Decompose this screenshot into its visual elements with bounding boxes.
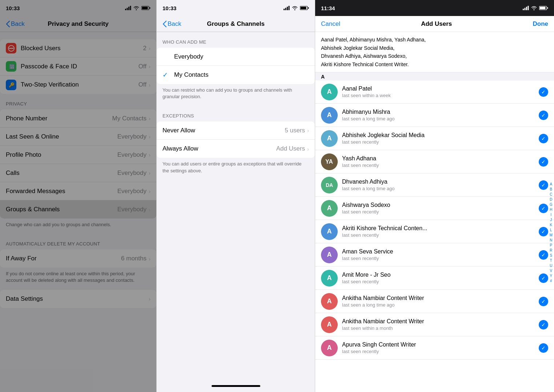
panel1-status-icons	[125, 6, 150, 10]
profile-photo-label: Profile Photo	[6, 151, 117, 159]
panel2-nav-title: Groups & Channels	[207, 20, 265, 28]
everybody-option[interactable]: ✓ Everybody	[157, 48, 315, 66]
phone-number-value: My Contacts	[112, 115, 146, 122]
alpha-h[interactable]: H	[550, 207, 553, 212]
alpha-hash[interactable]: #	[550, 278, 553, 283]
svg-text:🔑: 🔑	[9, 82, 15, 88]
user-item-abhimanyu[interactable]: A Abhimanyu Mishra last seen a long time…	[315, 104, 554, 127]
calls-item[interactable]: Calls Everybody ›	[0, 164, 156, 182]
user-status-ankitha1: last seen a long time ago	[342, 302, 539, 308]
alpha-u[interactable]: U	[550, 263, 553, 268]
alpha-i[interactable]: I	[550, 212, 553, 217]
alpha-b[interactable]: B	[550, 187, 553, 191]
alpha-l[interactable]: L	[550, 227, 553, 232]
everybody-label: Everybody	[174, 53, 203, 60]
section-letter-a: A	[315, 72, 554, 80]
two-step-item[interactable]: 🔑 Two-Step Verification Off ›	[0, 76, 156, 94]
data-settings-item[interactable]: Data Settings ›	[0, 290, 156, 308]
calls-chevron: ›	[149, 170, 150, 176]
user-status-dhvanesh: last seen a long time ago	[342, 186, 539, 191]
profile-photo-item[interactable]: Profile Photo Everybody ›	[0, 146, 156, 164]
svg-rect-16	[301, 7, 306, 9]
user-item-amit[interactable]: A Amit More - Jr Seo last seen recently …	[315, 267, 554, 290]
alpha-k[interactable]: K	[550, 222, 553, 227]
user-info-amit: Amit More - Jr Seo last seen recently	[342, 272, 539, 284]
panel1-back-button[interactable]: Back	[6, 20, 25, 28]
user-item-ankitha1[interactable]: A Ankitha Nambiar Content Writer last se…	[315, 290, 554, 313]
user-check-aanal: ✓	[539, 87, 548, 97]
alpha-t[interactable]: T	[550, 258, 553, 263]
away-for-chevron: ›	[149, 256, 150, 262]
done-button[interactable]: Done	[533, 20, 548, 28]
svg-rect-14	[289, 6, 290, 10]
who-can-list: ✓ Everybody ✓ My Contacts	[157, 48, 315, 84]
user-avatar-amit: A	[321, 270, 338, 287]
forwarded-messages-item[interactable]: Forwarded Messages Everybody ›	[0, 182, 156, 200]
blocked-users-item[interactable]: Blocked Users 2 ›	[0, 39, 156, 57]
panel2-groups-channels: 10:33 Back Groups & Channels WHO CAN ADD…	[156, 0, 315, 392]
last-seen-chevron: ›	[149, 133, 150, 140]
last-seen-item[interactable]: Last Seen & Online Everybody ›	[0, 128, 156, 146]
alpha-g[interactable]: G	[550, 202, 553, 207]
phone-number-item[interactable]: Phone Number My Contacts ›	[0, 109, 156, 128]
profile-photo-value: Everybody	[117, 151, 146, 159]
always-allow-label: Always Allow	[162, 145, 276, 152]
exceptions-header: EXCEPTIONS	[157, 106, 315, 121]
user-status-abhimanyu: last seen a long time ago	[342, 116, 539, 121]
alpha-n[interactable]: N	[550, 237, 553, 242]
user-info-abhimanyu: Abhimanyu Mishra last seen a long time a…	[342, 109, 539, 121]
user-item-akriti[interactable]: A Akriti Kishore Technical Conten... las…	[315, 220, 554, 243]
panel2-back-button[interactable]: Back	[162, 20, 181, 28]
user-name-akriti: Akriti Kishore Technical Conten...	[342, 225, 539, 232]
user-avatar-akriti: A	[321, 223, 338, 240]
alpha-v[interactable]: V	[550, 268, 553, 273]
alpha-index[interactable]: A B C D G H I J K L M N P R S T U V Y #	[550, 181, 553, 283]
spacer1	[0, 32, 156, 39]
two-step-icon: 🔑	[6, 80, 16, 90]
profile-photo-chevron: ›	[149, 152, 150, 158]
alpha-c[interactable]: C	[550, 192, 553, 196]
alpha-r[interactable]: R	[550, 248, 553, 252]
user-item-aishwarya[interactable]: A Aishwarya Sodexo last seen recently ✓	[315, 197, 554, 220]
panel3-nav-title: Add Users	[421, 20, 452, 28]
who-can-description: You can restrict who can add you to grou…	[157, 84, 315, 106]
user-item-ankitha2[interactable]: A Ankitha Nambiar Content Writer last se…	[315, 313, 554, 336]
user-item-yash[interactable]: YA Yash Adhana last seen recently ✓	[315, 150, 554, 173]
user-list[interactable]: A A Aanal Patel last seen within a week …	[315, 72, 554, 392]
user-item-abhishek[interactable]: A Abhishek Joglekar Social Media last se…	[315, 127, 554, 150]
alpha-m[interactable]: M	[550, 232, 553, 237]
user-info-akriti: Akriti Kishore Technical Conten... last …	[342, 225, 539, 238]
groups-footer: Change who can add you to groups and cha…	[0, 219, 156, 234]
groups-chevron: ›	[149, 207, 150, 213]
never-allow-item[interactable]: Never Allow 5 users ›	[157, 121, 315, 140]
alpha-d[interactable]: D	[550, 197, 553, 201]
user-info-aanal: Aanal Patel last seen within a week	[342, 85, 539, 98]
user-item-aanal-patel[interactable]: A Aanal Patel last seen within a week ✓	[315, 80, 554, 104]
alpha-j[interactable]: J	[550, 217, 553, 222]
alpha-y[interactable]: Y	[550, 273, 553, 278]
away-for-item[interactable]: If Away For 6 months ›	[0, 249, 156, 268]
groups-channels-item[interactable]: Groups & Channels Everybody ›	[0, 200, 156, 219]
my-contacts-option[interactable]: ✓ My Contacts	[157, 66, 315, 84]
user-avatar-ankitha1: A	[321, 293, 338, 310]
alpha-p[interactable]: P	[550, 243, 553, 247]
data-settings-chevron: ›	[149, 296, 150, 302]
passcode-item[interactable]: 🔢 Passcode & Face ID Off ›	[0, 57, 156, 76]
user-item-aman[interactable]: A Aman Seva Service last seen recently ✓	[315, 243, 554, 267]
forwarded-label: Forwarded Messages	[6, 188, 117, 195]
auto-delete-header: AUTOMATICALLY DELETE MY ACCOUNT	[0, 234, 156, 249]
alpha-s[interactable]: S	[550, 253, 553, 257]
cancel-button[interactable]: Cancel	[321, 20, 340, 28]
alpha-a[interactable]: A	[550, 181, 553, 186]
always-allow-item[interactable]: Always Allow Add Users ›	[157, 140, 315, 158]
panel1-nav-title: Privacy and Security	[48, 20, 108, 28]
data-settings-label: Data Settings	[6, 295, 149, 303]
blocked-users-chevron: ›	[149, 45, 150, 51]
user-item-apurva[interactable]: A Apurva Singh Content Writer last seen …	[315, 336, 554, 360]
two-step-value: Off	[138, 81, 146, 88]
signal-icon	[284, 6, 290, 10]
user-item-dhvanesh[interactable]: DA Dhvanesh Adhiya last seen a long time…	[315, 173, 554, 197]
user-status-abhishek: last seen recently	[342, 139, 539, 145]
no-entry-icon	[8, 45, 15, 52]
calls-value: Everybody	[117, 169, 146, 177]
